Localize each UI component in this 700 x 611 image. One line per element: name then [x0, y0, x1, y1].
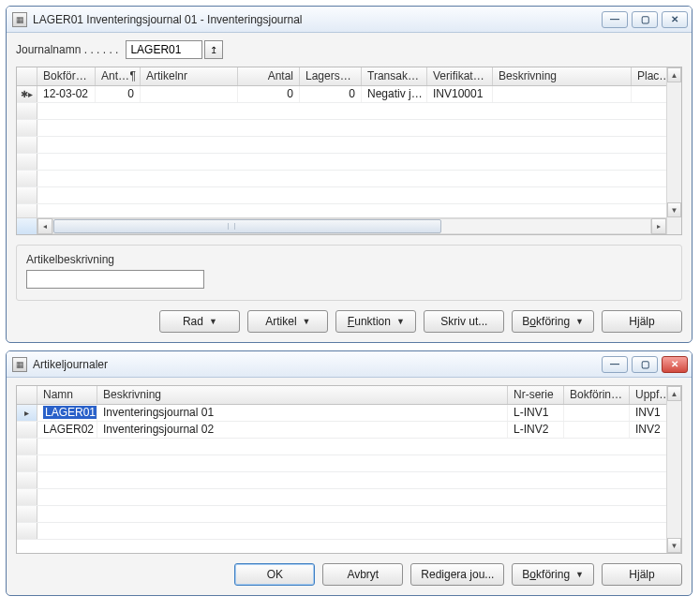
window-title: LAGER01 Inventeringsjournal 01 - Invente…: [33, 13, 602, 26]
col-artikelnr[interactable]: Artikelnr: [141, 67, 238, 85]
hjalp-button[interactable]: Hjälp: [602, 563, 682, 586]
col-transaktion[interactable]: Transaktio…: [362, 67, 427, 85]
col-bokforing[interactable]: Bokföring…: [564, 386, 630, 404]
rad-button[interactable]: Rad▼: [159, 310, 240, 333]
row-indicator-new-icon: ✱▸: [17, 86, 37, 102]
scroll-right-icon[interactable]: ▸: [651, 218, 666, 234]
grid-header: Namn Beskrivning Nr-serie Bokföring… Upp…: [17, 386, 681, 405]
bokforing-button[interactable]: Bokföring▼: [512, 563, 594, 586]
journals-grid[interactable]: Namn Beskrivning Nr-serie Bokföring… Upp…: [16, 385, 682, 554]
artikeljournaler-window: ▦ Artikeljournaler — ▢ ✕ Namn Beskrivnin…: [6, 350, 693, 596]
col-antal-pilcrow[interactable]: Ant…¶: [96, 67, 141, 85]
bokforing-button[interactable]: Bokföring▼: [512, 310, 594, 333]
dropdown-icon: ▼: [575, 317, 584, 326]
row-indicator: [17, 422, 37, 438]
app-icon: ▦: [12, 12, 27, 27]
selected-cell: LAGER01: [43, 406, 97, 419]
artikelbeskrivning-label: Artikelbeskrivning: [26, 253, 672, 266]
grid-body: ▸ LAGER01 Inventeringsjournal 01 L-INV1 …: [17, 405, 681, 536]
horizontal-scrollbar[interactable]: ◂ ▸: [17, 217, 666, 234]
scroll-thumb[interactable]: [53, 219, 441, 233]
grid-header: Bokföri… Ant…¶ Artikelnr Antal Lagersald…: [17, 67, 681, 86]
close-button[interactable]: ✕: [662, 356, 688, 373]
ok-button[interactable]: OK: [234, 563, 315, 586]
maximize-button[interactable]: ▢: [632, 11, 658, 28]
col-antal[interactable]: Antal: [238, 67, 300, 85]
grid-row[interactable]: LAGER02 Inventeringsjournal 02 L-INV2 IN…: [17, 422, 681, 439]
titlebar[interactable]: ▦ Artikeljournaler — ▢ ✕: [7, 351, 692, 378]
scroll-up-icon[interactable]: ▲: [667, 386, 681, 401]
avbryt-button[interactable]: Avbryt: [322, 563, 403, 586]
grid-row[interactable]: ✱▸ 12-03-02 0 0 0 Negativ j… INV10001: [17, 86, 681, 103]
col-namn[interactable]: Namn: [37, 386, 97, 404]
journalname-lookup-button[interactable]: ↥: [204, 40, 223, 59]
hjalp-button[interactable]: Hjälp: [602, 310, 682, 333]
journalname-row: Journalnamn . . . . . . ↥: [16, 40, 682, 59]
col-beskrivning[interactable]: Beskrivning: [493, 67, 632, 85]
scroll-left-icon[interactable]: ◂: [37, 218, 52, 234]
dropdown-icon: ▼: [396, 317, 405, 326]
window-title: Artikeljournaler: [33, 358, 602, 371]
col-nrserie[interactable]: Nr-serie: [508, 386, 564, 404]
inventory-journal-window: ▦ LAGER01 Inventeringsjournal 01 - Inven…: [6, 6, 693, 343]
vertical-scrollbar[interactable]: ▲ ▼: [666, 67, 681, 234]
scroll-down-icon[interactable]: ▼: [667, 538, 681, 553]
col-bokforing[interactable]: Bokföri…: [37, 67, 96, 85]
app-icon: ▦: [12, 357, 27, 372]
pilcrow-icon: ¶: [130, 69, 136, 82]
vertical-scrollbar[interactable]: ▲ ▼: [666, 386, 681, 553]
dropdown-icon: ▼: [303, 317, 311, 326]
row-indicator-selected: [17, 218, 37, 234]
col-lagersaldo[interactable]: Lagersald…: [300, 67, 362, 85]
col-verifikation[interactable]: Verifikatio…: [427, 67, 493, 85]
maximize-button[interactable]: ▢: [632, 356, 658, 373]
minimize-button[interactable]: —: [602, 11, 628, 28]
artikelbeskrivning-group: Artikelbeskrivning: [16, 245, 682, 301]
dropdown-icon: ▼: [575, 570, 584, 579]
artikel-button[interactable]: Artikel▼: [247, 310, 328, 333]
funktion-button[interactable]: Funktion▼: [335, 310, 416, 333]
grid-row[interactable]: ▸ LAGER01 Inventeringsjournal 01 L-INV1 …: [17, 405, 681, 422]
scroll-down-icon[interactable]: ▼: [667, 202, 681, 217]
journal-grid[interactable]: Bokföri… Ant…¶ Artikelnr Antal Lagersald…: [16, 67, 682, 235]
skriv-ut-button[interactable]: Skriv ut...: [424, 310, 504, 333]
minimize-button[interactable]: —: [602, 356, 628, 373]
journalname-label: Journalnamn . . . . . .: [16, 43, 118, 56]
journalname-input[interactable]: [126, 40, 202, 59]
redigera-journal-button[interactable]: Redigera jou...: [410, 563, 504, 586]
col-beskrivning[interactable]: Beskrivning: [97, 386, 508, 404]
close-button[interactable]: ✕: [662, 11, 688, 28]
grid-body: ✱▸ 12-03-02 0 0 0 Negativ j… INV10001: [17, 86, 681, 217]
button-row: Rad▼ Artikel▼ Funktion▼ Skriv ut... Bokf…: [16, 310, 682, 333]
button-row: OK Avbryt Redigera jou... Bokföring▼ Hjä…: [16, 563, 682, 586]
dropdown-icon: ▼: [209, 317, 217, 326]
titlebar[interactable]: ▦ LAGER01 Inventeringsjournal 01 - Inven…: [7, 7, 692, 33]
artikelbeskrivning-input[interactable]: [26, 270, 204, 289]
row-indicator-current-icon: ▸: [17, 405, 37, 421]
scroll-up-icon[interactable]: ▲: [667, 67, 681, 82]
